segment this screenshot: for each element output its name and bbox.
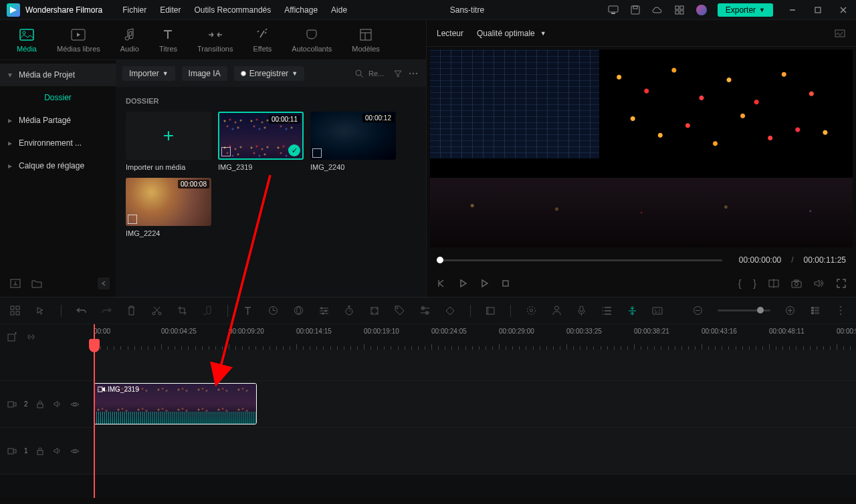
redo-icon[interactable] xyxy=(101,305,112,316)
render-icon[interactable] xyxy=(486,305,496,316)
close-icon[interactable] xyxy=(837,4,849,16)
search-icon[interactable] xyxy=(353,68,365,80)
play2-icon[interactable] xyxy=(479,279,489,288)
playhead[interactable] xyxy=(94,324,95,498)
visible-icon[interactable] xyxy=(70,446,80,457)
sidebar-shared[interactable]: ▸Média Partagé xyxy=(0,109,116,132)
bracket-right-icon[interactable]: } xyxy=(753,278,756,289)
svg-rect-53 xyxy=(653,307,662,314)
volume-icon[interactable] xyxy=(814,279,825,288)
sidebar-project-media[interactable]: ▾Média de Projet xyxy=(0,64,116,86)
stopwatch-icon[interactable] xyxy=(344,305,354,316)
zoom-slider[interactable] xyxy=(718,309,770,311)
delete-icon[interactable] xyxy=(126,305,137,316)
cut-icon[interactable] xyxy=(152,305,163,316)
tab-stock[interactable]: Médias libres xyxy=(47,23,110,56)
timeline-clip[interactable]: IMG_2319 xyxy=(94,383,257,424)
sidebar-folder[interactable]: Dossier xyxy=(0,86,116,109)
tab-stickers[interactable]: Autocollants xyxy=(282,23,342,56)
svg-rect-15 xyxy=(360,29,371,40)
tab-media[interactable]: Média xyxy=(7,23,47,56)
search-input[interactable] xyxy=(368,70,389,78)
templates-icon xyxy=(358,27,374,43)
play-icon[interactable] xyxy=(458,279,467,288)
caption-icon[interactable] xyxy=(652,305,663,316)
tab-effects[interactable]: Effets xyxy=(243,23,282,56)
record-button[interactable]: Enregistrer▼ xyxy=(234,66,305,81)
text-icon[interactable] xyxy=(243,305,253,316)
compare-icon[interactable] xyxy=(768,279,779,288)
profile-icon[interactable] xyxy=(696,4,708,16)
menu-help[interactable]: Aide xyxy=(331,5,347,15)
import-button[interactable]: Importer▼ xyxy=(122,66,175,81)
grid-icon[interactable] xyxy=(673,4,685,16)
lock-icon[interactable] xyxy=(35,399,45,410)
sliders-icon[interactable] xyxy=(419,305,430,316)
bracket-left-icon[interactable]: { xyxy=(738,278,742,289)
menu-view[interactable]: Affichage xyxy=(284,5,318,15)
fullscreen-icon[interactable] xyxy=(837,279,846,288)
menu-edit[interactable]: Editer xyxy=(160,5,181,15)
sidebar-env[interactable]: ▸Environnement ... xyxy=(0,132,116,154)
prev-frame-icon[interactable] xyxy=(437,279,446,288)
person-icon[interactable] xyxy=(551,305,562,316)
quality-select[interactable]: Qualité optimale▼ xyxy=(477,29,546,38)
music-icon[interactable] xyxy=(202,305,213,316)
list-icon[interactable] xyxy=(602,305,613,316)
snapshot-icon[interactable] xyxy=(791,279,802,288)
collapse-icon[interactable] xyxy=(98,277,110,289)
crop-icon[interactable] xyxy=(177,305,187,316)
tag-icon[interactable] xyxy=(394,305,405,316)
timeline-ruler[interactable]: 00:0000:00:04:2500:00:09:2000:00:14:1500… xyxy=(94,324,856,350)
svg-point-75 xyxy=(74,450,76,453)
keyframe-icon[interactable] xyxy=(445,305,455,316)
scopes-icon[interactable] xyxy=(834,27,846,39)
target-icon[interactable] xyxy=(526,305,536,316)
folder-icon[interactable] xyxy=(31,277,43,289)
undo-icon[interactable] xyxy=(76,305,86,316)
mute-icon[interactable] xyxy=(52,446,63,457)
filter-icon[interactable] xyxy=(392,68,404,80)
expand-icon[interactable] xyxy=(369,305,380,316)
sidebar-adjust[interactable]: ▸Calque de réglage xyxy=(0,154,116,177)
device-icon[interactable] xyxy=(607,4,619,16)
menu-tools[interactable]: Outils Recommandés xyxy=(195,5,272,15)
settings-icon[interactable] xyxy=(835,305,846,316)
save-icon[interactable] xyxy=(629,4,641,16)
add-track-icon[interactable] xyxy=(7,332,17,342)
layout-icon[interactable] xyxy=(10,305,21,316)
stop-icon[interactable] xyxy=(501,279,510,288)
link-icon[interactable] xyxy=(25,332,36,342)
tab-audio[interactable]: Audio xyxy=(110,23,149,56)
menu-file[interactable]: Fichier xyxy=(122,5,146,15)
preview-reader[interactable]: Lecteur xyxy=(437,29,463,38)
image-ai-button[interactable]: Image IA xyxy=(182,66,227,81)
media-clip-2[interactable]: 00:00:12 IMG_2240 xyxy=(310,112,396,171)
visible-icon[interactable] xyxy=(70,399,80,410)
minimize-icon[interactable] xyxy=(786,4,798,16)
tab-templates[interactable]: Modèles xyxy=(342,23,390,56)
tab-titles[interactable]: Titres xyxy=(149,23,187,56)
more-icon[interactable] xyxy=(407,68,419,80)
zoom-in-icon[interactable] xyxy=(785,305,796,316)
maximize-icon[interactable] xyxy=(812,4,824,16)
cloud-icon[interactable] xyxy=(651,4,663,16)
select-icon[interactable] xyxy=(35,305,46,316)
mute-icon[interactable] xyxy=(52,399,63,410)
zoom-out-icon[interactable] xyxy=(692,305,703,316)
export-button[interactable]: Exporter▼ xyxy=(718,3,773,17)
media-clip-1[interactable]: 00:00:11 ✓ IMG_2319 xyxy=(218,112,304,171)
mic-icon[interactable] xyxy=(576,305,587,316)
media-clip-3[interactable]: 00:00:08 IMG_2224 xyxy=(126,178,211,237)
view-icon[interactable] xyxy=(810,305,821,316)
svg-point-41 xyxy=(322,313,324,315)
output-icon[interactable] xyxy=(9,277,21,289)
tab-transitions[interactable]: Transitions xyxy=(187,23,243,56)
speed-icon[interactable] xyxy=(268,305,279,316)
adjust-icon[interactable] xyxy=(318,305,329,316)
import-media-item[interactable]: + Importer un média xyxy=(126,112,211,171)
lock-icon[interactable] xyxy=(35,446,45,457)
color-icon[interactable] xyxy=(293,305,304,316)
cutmark-icon[interactable] xyxy=(627,305,637,316)
preview-scrubber[interactable] xyxy=(437,259,722,261)
